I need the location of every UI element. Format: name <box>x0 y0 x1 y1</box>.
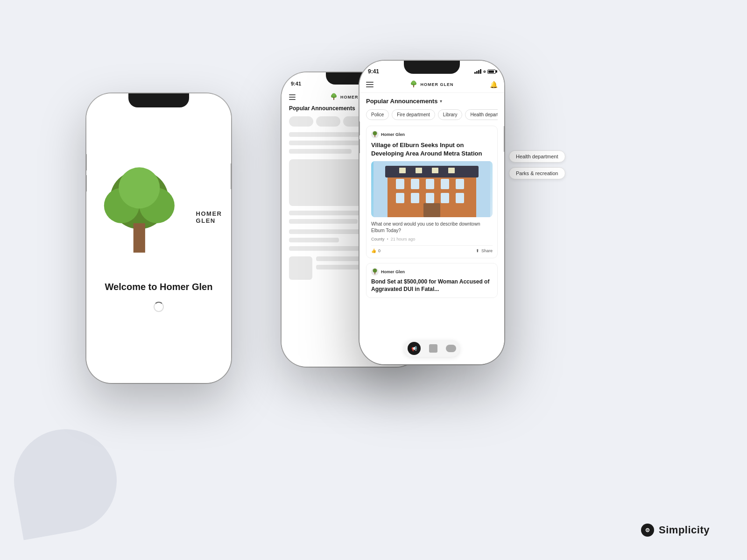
splash-logo: HOMER GLEN <box>86 164 231 270</box>
like-count-1: 0 <box>378 248 381 253</box>
battery-fill-3 <box>488 71 494 73</box>
share-button-1[interactable]: ⬆ Share <box>476 248 493 253</box>
sig-1 <box>474 72 476 74</box>
source-name-2: Homer Glen <box>381 269 405 274</box>
homer-glen-logo-3: HOMER GLEN <box>409 80 453 89</box>
pill-police[interactable]: Police <box>366 109 389 120</box>
power-btn-3 <box>504 126 504 152</box>
floating-pill-health[interactable]: Health department <box>509 150 565 163</box>
svg-rect-34 <box>423 203 440 217</box>
detail-screen: 9:41 ⌾ <box>359 61 504 364</box>
sk-line-7 <box>289 238 339 242</box>
tree-icon-3 <box>409 80 418 89</box>
simplicity-branding: Simplicity <box>641 524 710 537</box>
source-tree-icon <box>371 131 379 138</box>
article-question-1: What one word would you use to describe … <box>371 221 493 234</box>
nav-chat-icon[interactable] <box>446 345 456 352</box>
filter-pills-3: Police Fire department Library Health de… <box>366 109 498 120</box>
floating-pill-parks[interactable]: Parks & recreation <box>509 167 565 179</box>
article-title-1: Village of Elburn Seeks Input on Develop… <box>371 141 493 157</box>
time-2: 9:41 <box>291 81 301 86</box>
article-actions-1: 👍 0 ⬆ Share <box>371 245 493 253</box>
building-svg <box>371 161 493 217</box>
homer-glen-text-3: HOMER GLEN <box>420 82 453 87</box>
phone3-header: HOMER GLEN 🔔 <box>359 78 504 93</box>
article-title-2: Bond Set at $500,000 for Woman Accused o… <box>371 278 493 293</box>
phone3-content: Popular Announcements ▾ Police Fire depa… <box>359 93 504 354</box>
article-card-2[interactable]: Homer Glen Bond Set at $500,000 for Woma… <box>366 263 498 298</box>
article-image-1 <box>371 161 493 217</box>
meta-dot-1: • <box>387 237 388 241</box>
article-meta-1: County • 21 hours ago <box>371 237 493 241</box>
svg-point-9 <box>332 93 335 97</box>
source-tree-icon-2 <box>371 268 379 276</box>
notch-3 <box>404 61 460 74</box>
pill-sk-2 <box>316 116 340 127</box>
svg-rect-31 <box>426 193 434 203</box>
svg-rect-28 <box>456 179 464 189</box>
menu-line-2 <box>366 84 374 85</box>
phone-splash: HOMER GLEN Welcome to Homer Glen <box>86 93 231 383</box>
floating-pills-container: Health department Parks & recreation <box>509 150 565 179</box>
svg-rect-29 <box>396 193 404 203</box>
source-name-1: Homer Glen <box>381 132 405 137</box>
simplicity-icon-svg <box>643 525 652 535</box>
svg-point-35 <box>373 269 377 273</box>
nav-grid-icon[interactable] <box>429 344 437 353</box>
svg-rect-32 <box>441 193 449 203</box>
sk-thumb <box>289 256 312 280</box>
share-label-1: Share <box>481 248 493 253</box>
source-avatar-1 <box>371 131 379 138</box>
chevron-down-icon: ▾ <box>440 99 442 104</box>
svg-rect-1 <box>134 223 145 253</box>
meta-time-1: 21 hours ago <box>391 237 416 241</box>
phone-detail: 9:41 ⌾ <box>359 61 504 364</box>
article-card-1[interactable]: Homer Glen Village of Elburn Seeks Input… <box>366 126 498 258</box>
share-icon-1: ⬆ <box>476 248 479 253</box>
popular-section: Popular Announcements ▾ <box>366 98 498 105</box>
splash-logo-text: HOMER GLEN <box>196 210 231 224</box>
tree-logo-icon <box>86 164 192 270</box>
nav-home-icon[interactable]: 📢 <box>408 342 421 355</box>
sig-4 <box>480 69 481 74</box>
svg-point-15 <box>373 131 377 135</box>
bell-icon-3[interactable]: 🔔 <box>490 81 498 88</box>
pill-health[interactable]: Health department <box>465 109 498 120</box>
svg-rect-6 <box>333 98 334 100</box>
sk-line-6 <box>289 229 370 234</box>
menu-icon-3[interactable] <box>366 82 374 87</box>
svg-rect-11 <box>413 85 414 87</box>
sk-line-5 <box>289 219 358 224</box>
volume-btn <box>86 154 87 170</box>
bottom-nav-3: 📢 <box>404 340 460 357</box>
pill-fire[interactable]: Fire department <box>392 109 435 120</box>
background-blob <box>6 421 125 540</box>
sig-3 <box>478 70 479 74</box>
article-source-2: Homer Glen <box>371 268 493 276</box>
splash-screen: HOMER GLEN Welcome to Homer Glen <box>86 93 231 383</box>
battery-3 <box>487 70 496 74</box>
sk-line-1 <box>289 132 364 137</box>
time-3: 9:41 <box>368 68 379 75</box>
svg-rect-27 <box>441 179 449 189</box>
simplicity-name: Simplicity <box>659 524 710 536</box>
loading-spinner <box>154 302 164 312</box>
svg-rect-21 <box>416 168 422 173</box>
pill-library[interactable]: Library <box>438 109 463 120</box>
tree-icon-2 <box>330 93 338 101</box>
status-icons-3: ⌾ <box>474 69 496 74</box>
like-button-1[interactable]: 👍 0 <box>371 248 381 253</box>
menu-line-1 <box>366 82 374 83</box>
svg-point-4 <box>119 167 160 208</box>
meta-tag-1: County <box>371 237 385 241</box>
svg-point-39 <box>647 530 648 531</box>
menu-icon-2[interactable] <box>289 94 296 100</box>
svg-point-14 <box>412 81 416 84</box>
wifi-icon-3: ⌾ <box>483 69 486 74</box>
notch-1 <box>128 93 189 107</box>
nav-home-glyph: 📢 <box>411 346 417 351</box>
popular-title-3: Popular Announcements <box>366 98 437 105</box>
svg-rect-25 <box>411 179 419 189</box>
splash-welcome-text: Welcome to Homer Glen <box>105 282 213 292</box>
sig-2 <box>476 71 478 74</box>
